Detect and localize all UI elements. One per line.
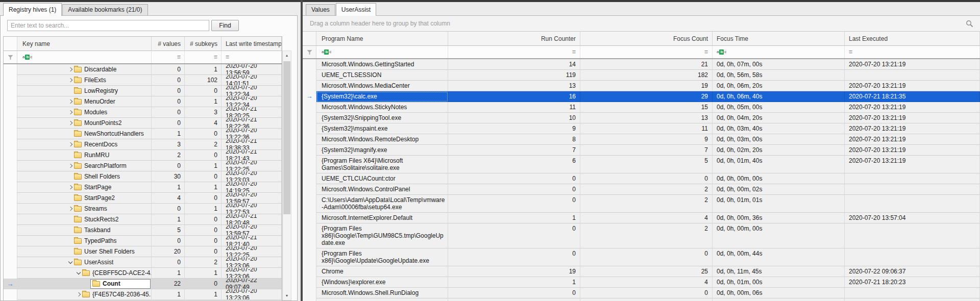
magnifier-icon[interactable] <box>965 19 974 28</box>
tree-row[interactable]: Streams012020-07-20 13:27:53 <box>4 204 282 214</box>
tree-row[interactable]: Modules032020-07-21 18:20:25 <box>4 107 282 118</box>
tree-row[interactable]: FileExts01022020-07-20 14:01:51 <box>4 75 282 86</box>
expand-icon[interactable] <box>68 68 74 71</box>
filter-cell-key-name[interactable]: abc <box>17 51 152 63</box>
key-name-cell[interactable]: MenuOrder <box>17 96 152 107</box>
program-name-cell[interactable]: UEME_CTLCUACount:ctor <box>316 173 448 184</box>
tree-row[interactable]: MenuOrder012020-07-20 13:22:34 <box>4 96 282 107</box>
tree-row[interactable]: NewShortcutHandlers102020-07-20 13:22:36 <box>4 129 282 139</box>
userassist-row[interactable]: {Program Files x86}\Google\Update\Google… <box>303 248 980 266</box>
key-name-cell[interactable]: Shell Folders <box>17 171 152 182</box>
filter-cell-focus-count[interactable]: = <box>580 46 713 58</box>
program-name-cell[interactable]: {System32}\calc.exe <box>316 91 448 102</box>
column-header-num-values[interactable]: # values <box>152 37 185 51</box>
tab-available-bookmarks[interactable]: Available bookmarks (21/0) <box>62 4 148 15</box>
key-name-cell[interactable]: SearchPlatform <box>17 161 152 171</box>
program-name-cell[interactable]: Chrome <box>316 266 448 277</box>
expand-icon[interactable] <box>68 121 74 124</box>
tree-row[interactable]: StartPage112020-07-20 14:19:25 <box>4 182 282 193</box>
userassist-row[interactable]: Microsoft.Windows.RemoteDesktop890d, 0h,… <box>303 134 980 145</box>
tree-row[interactable]: Shell Folders3002020-07-20 13:23:03 <box>4 171 282 182</box>
program-name-cell[interactable]: UEME_CTLSESSION <box>316 70 448 81</box>
program-name-cell[interactable]: Microsoft.Windows.RemoteDesktop <box>316 134 448 145</box>
key-name-cell[interactable]: User Shell Folders <box>17 246 152 257</box>
key-name-cell[interactable]: LowRegistry <box>17 86 152 96</box>
userassist-row[interactable]: Chrome19250d, 0h, 11m, 45s2020-07-22 09:… <box>303 266 980 277</box>
userassist-row[interactable]: Microsoft.Windows.MediaCenter13190d, 0h,… <box>303 81 980 91</box>
expand-icon[interactable] <box>68 207 74 210</box>
filter-cell-num-subkeys[interactable]: = <box>185 51 222 63</box>
scrollbar-up-button[interactable]: ▲ <box>283 51 291 60</box>
program-name-cell[interactable]: {System32}\SnippingTool.exe <box>316 113 448 123</box>
userassist-row[interactable]: Microsoft.InternetExplorer.Default140d, … <box>303 213 980 223</box>
program-name-cell[interactable]: Microsoft.Windows.Shell.RunDialog <box>316 288 448 298</box>
key-name-cell[interactable]: StuckRects2 <box>17 214 152 225</box>
userassist-row[interactable]: UEME_CTLSESSION1191820d, 0h, 56m, 58s <box>303 70 980 81</box>
scrollbar-thumb[interactable] <box>283 61 290 214</box>
tree-row[interactable]: RecentDocs322020-07-21 18:38:33 <box>4 139 282 150</box>
key-name-cell[interactable]: RecentDocs <box>17 139 152 150</box>
key-name-cell[interactable]: StartPage <box>17 182 152 193</box>
tree-row[interactable]: →Count2202020-07-22 09:07:49 <box>4 279 282 289</box>
filter-cell-program-name[interactable]: abc <box>316 46 448 58</box>
expand-icon[interactable] <box>68 79 74 82</box>
userassist-row[interactable]: Microsoft.Windows.StickyNotes11150d, 0h,… <box>303 102 980 113</box>
tree-row[interactable]: LowRegistry002020-07-20 13:22:34 <box>4 86 282 96</box>
userassist-row[interactable]: C:\Users\Adam\AppData\Local\Temp\vmware-… <box>303 195 980 213</box>
program-name-cell[interactable]: Microsoft.Windows.MediaCenter <box>316 81 448 91</box>
userassist-row[interactable]: →{System32}\calc.exe16290d, 0h, 06m, 40s… <box>303 91 980 102</box>
key-name-cell[interactable]: MountPoints2 <box>17 118 152 129</box>
tree-row[interactable]: User Shell Folders2002020-07-20 13:22:25 <box>4 246 282 257</box>
search-input[interactable] <box>7 20 209 31</box>
program-name-cell[interactable]: {System32}\mspaint.exe <box>316 123 448 134</box>
program-name-cell[interactable]: {Program Files X64}\Microsoft Games\Soli… <box>316 156 448 173</box>
program-name-cell[interactable]: {Windows}\explorer.exe <box>316 277 448 288</box>
collapse-icon[interactable] <box>76 272 82 274</box>
tree-row[interactable]: Taskband502020-07-20 13:59:57 <box>4 225 282 236</box>
program-name-cell[interactable]: {System32}\cmd.exe <box>316 298 448 301</box>
expand-icon[interactable] <box>68 164 74 167</box>
key-name-cell[interactable]: FileExts <box>17 75 152 86</box>
tree-row[interactable]: StartPage2402020-07-20 13:59:57 <box>4 193 282 204</box>
key-name-cell[interactable]: RunMRU <box>17 150 152 161</box>
collapse-icon[interactable] <box>68 261 74 263</box>
key-name-cell[interactable]: Modules <box>17 107 152 118</box>
tree-row[interactable]: SearchPlatform012020-07-20 13:22:25 <box>4 161 282 171</box>
filter-cell-run-counter[interactable]: = <box>448 46 580 58</box>
program-name-cell[interactable]: Microsoft.Windows.StickyNotes <box>316 102 448 113</box>
key-name-cell[interactable]: TypedPaths <box>17 236 152 246</box>
key-name-cell[interactable]: Streams <box>17 204 152 214</box>
expand-icon[interactable] <box>68 143 74 146</box>
key-name-cell[interactable]: {CEBFF5CD-ACE2-4... <box>17 268 152 279</box>
key-name-cell[interactable]: UserAssist <box>17 257 152 268</box>
userassist-row[interactable]: Microsoft.Windows.GettingStarted14210d, … <box>303 59 980 70</box>
userassist-row[interactable]: Microsoft.Windows.ControlPanel020d, 0h, … <box>303 184 980 195</box>
userassist-row[interactable]: {System32}\cmd.exe4140d, 0h, 01m, 16s202… <box>303 298 980 301</box>
tree-row[interactable]: {CEBFF5CD-ACE2-4...112020-07-20 13:23:06 <box>4 268 282 279</box>
filter-cell-last-write-timestamp[interactable]: = <box>222 51 282 63</box>
userassist-row[interactable]: {System32}\magnify.exe770d, 0h, 02m, 20s… <box>303 145 980 156</box>
program-name-cell[interactable]: Microsoft.InternetExplorer.Default <box>316 213 448 223</box>
column-header-program-name[interactable]: Program Name <box>316 32 448 46</box>
expand-icon[interactable] <box>76 293 82 296</box>
userassist-row[interactable]: {Program Files x86}\Google\Temp\GUM98C5.… <box>303 223 980 248</box>
tree-row[interactable]: Discardable012020-07-20 13:56:59 <box>4 64 282 75</box>
column-header-run-counter[interactable]: Run Counter <box>448 32 580 46</box>
program-name-cell[interactable]: Microsoft.Windows.ControlPanel <box>316 184 448 195</box>
expand-icon[interactable] <box>68 111 74 114</box>
program-name-cell[interactable]: Microsoft.Windows.GettingStarted <box>316 59 448 70</box>
key-name-cell[interactable]: NewShortcutHandlers <box>17 129 152 139</box>
key-name-cell[interactable]: {F4E57C4B-2036-45... <box>17 289 152 300</box>
column-header-last-write-timestamp[interactable]: Last write timestamp <box>222 37 282 51</box>
tree-row[interactable]: UserAssist022020-07-20 13:23:06 <box>4 257 282 268</box>
tree-row[interactable]: MountPoints2042020-07-21 18:22:36 <box>4 118 282 129</box>
userassist-row[interactable]: {Windows}\explorer.exe140d, 0h, 01m, 00s… <box>303 277 980 288</box>
tab-values[interactable]: Values <box>306 4 335 15</box>
tree-vertical-scrollbar[interactable]: ▲ ▼ <box>282 51 291 300</box>
userassist-row[interactable]: UEME_CTLCUACount:ctor000d, 0h, 00m, 00s <box>303 173 980 184</box>
tab-registry-hives[interactable]: Registry hives (1) <box>3 3 62 16</box>
program-name-cell[interactable]: C:\Users\Adam\AppData\Local\Temp\vmware-… <box>316 195 448 213</box>
scrollbar-down-button[interactable]: ▼ <box>283 291 291 300</box>
tree-row[interactable]: TypedPaths002020-07-21 18:21:40 <box>4 236 282 246</box>
tree-row[interactable]: RunMRU202020-07-21 18:21:43 <box>4 150 282 161</box>
